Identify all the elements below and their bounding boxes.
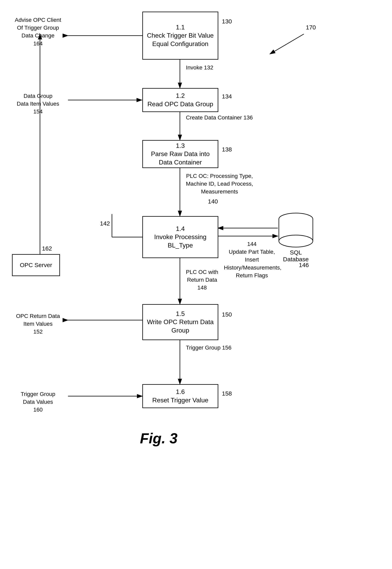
ref-170: 170	[306, 24, 316, 31]
create-dc-label: Create Data Container 136	[186, 114, 253, 121]
box-3: 1.3 Parse Raw Data into Data Container	[142, 140, 218, 168]
box-1: 1.1 Check Trigger Bit Value Equal Config…	[142, 12, 218, 60]
plc-oc-label: PLC OC: Processing Type, Machine ID, Lea…	[186, 172, 253, 196]
trigger-group-values-label: Trigger Group Data Values 160	[12, 390, 64, 414]
box-1-label: 1.1 Check Trigger Bit Value Equal Config…	[147, 23, 214, 48]
ref-142: 142	[100, 220, 110, 227]
ref-158: 158	[222, 390, 232, 397]
sql-db-icon	[278, 212, 314, 248]
update-label: 144 Update Part Table, Insert History/Me…	[224, 240, 280, 279]
advise-label: Advise OPC Client Of Trigger Group Data …	[12, 16, 64, 47]
invoke-label: Invoke 132	[186, 64, 213, 71]
opc-server-box: OPC Server	[12, 254, 60, 276]
ref-162: 162	[42, 245, 52, 252]
box-4: 1.4 Invoke Processing BL_Type	[142, 216, 218, 258]
ref-138: 138	[222, 146, 232, 153]
ref-140: 140	[208, 198, 218, 205]
data-group-label: Data Group Data Item Values 154	[12, 92, 64, 116]
box-5: 1.5 Write OPC Return Data Group	[142, 304, 218, 340]
box-6-label: 1.6 Reset Trigger Value	[152, 388, 208, 404]
box-2: 1.2 Read OPC Data Group	[142, 88, 218, 112]
sql-db-label: SQL Database	[283, 249, 309, 263]
box-2-label: 1.2 Read OPC Data Group	[147, 92, 213, 108]
fig-caption: Fig. 3	[140, 430, 178, 447]
trigger-group-label: Trigger Group 156	[186, 344, 231, 351]
box-6: 1.6 Reset Trigger Value	[142, 384, 218, 408]
box-4-label: 1.4 Invoke Processing BL_Type	[154, 225, 206, 250]
opc-server-label: OPC Server	[20, 261, 52, 269]
svg-line-17	[270, 34, 304, 54]
plc-return-label: PLC OC with Return Data 148	[186, 268, 218, 292]
ref-146: 146	[299, 262, 309, 268]
opc-return-label: OPC Return Data Item Values 152	[12, 312, 64, 336]
svg-point-22	[279, 235, 313, 247]
box-5-label: 1.5 Write OPC Return Data Group	[147, 310, 214, 335]
diagram-container: 1.1 Check Trigger Bit Value Equal Config…	[0, 0, 392, 569]
ref-150: 150	[222, 311, 232, 318]
sql-db-container: SQL Database 146	[278, 212, 314, 268]
box-3-label: 1.3 Parse Raw Data into Data Container	[151, 142, 210, 167]
ref-134: 134	[222, 93, 232, 100]
ref-130: 130	[222, 18, 232, 25]
